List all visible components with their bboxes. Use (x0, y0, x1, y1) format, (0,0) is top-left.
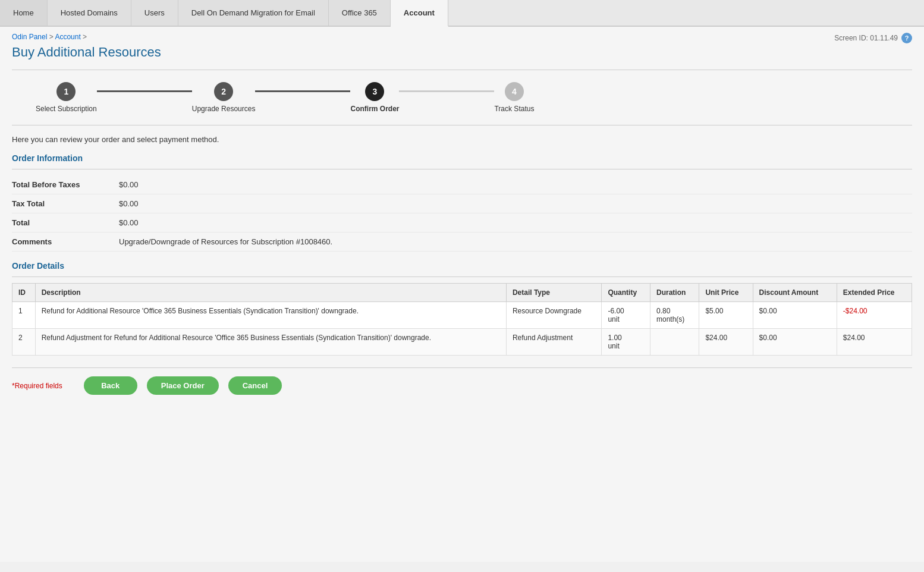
stepper: 1 Select Subscription 2 Upgrade Resource… (36, 82, 912, 113)
required-note: *Required fields (12, 382, 62, 390)
order-info-divider (12, 169, 912, 169)
order-value-1: $0.00 (119, 199, 139, 208)
col-detail-type: Detail Type (506, 284, 602, 302)
tab-home[interactable]: Home (0, 0, 48, 26)
step-circle-1: 1 (56, 82, 76, 101)
col-description: Description (35, 284, 506, 302)
title-divider (12, 70, 912, 70)
order-value-3: Upgrade/Downgrade of Resources for Subsc… (119, 237, 332, 246)
step-label-4: Track Status (494, 105, 534, 113)
col-discount: Discount Amount (753, 284, 837, 302)
cell-description-2: Refund Adjustment for Refund for Additio… (35, 329, 506, 356)
step-circle-2: 2 (214, 82, 233, 101)
step-2: 2 Upgrade Resources (192, 82, 256, 113)
step-label-1: Select Subscription (36, 105, 97, 113)
order-info-row-3: Comments Upgrade/Downgrade of Resources … (12, 232, 912, 252)
nav-tabs: Home Hosted Domains Users Dell On Demand… (0, 0, 924, 27)
header-row: Odin Panel > Account > Screen ID: 01.11.… (12, 33, 912, 45)
cell-quantity-2: 1.00 unit (602, 329, 650, 356)
stepper-divider (12, 125, 912, 125)
order-value-2: $0.00 (119, 218, 139, 227)
tab-users[interactable]: Users (131, 0, 178, 26)
col-quantity: Quantity (602, 284, 650, 302)
cell-discount-1: $0.00 (753, 302, 837, 329)
help-icon[interactable]: ? (901, 33, 912, 43)
order-label-2: Total (12, 218, 119, 227)
tab-account[interactable]: Account (391, 0, 448, 27)
step-line-3-4 (399, 90, 494, 92)
breadcrumb-odin[interactable]: Odin Panel (12, 33, 47, 41)
screen-id: Screen ID: 01.11.49 ? (834, 33, 912, 43)
step-1: 1 Select Subscription (36, 82, 97, 113)
order-info-row-0: Total Before Taxes $0.00 (12, 175, 912, 194)
order-label-3: Comments (12, 237, 119, 246)
page-title: Buy Additional Resources (12, 45, 912, 60)
order-info-title: Order Information (12, 153, 912, 163)
step-label-3: Confirm Order (350, 105, 399, 113)
step-3: 3 Confirm Order (350, 82, 399, 113)
intro-text: Here you can review your order and selec… (12, 135, 912, 144)
tab-dell-migration[interactable]: Dell On Demand Migration for Email (178, 0, 329, 26)
order-label-1: Tax Total (12, 199, 119, 208)
col-duration: Duration (650, 284, 699, 302)
order-label-0: Total Before Taxes (12, 180, 119, 189)
step-circle-3: 3 (365, 82, 384, 101)
cell-discount-2: $0.00 (753, 329, 837, 356)
order-info-row-2: Total $0.00 (12, 213, 912, 232)
breadcrumb-account[interactable]: Account (55, 33, 80, 41)
cell-quantity-1: -6.00 unit (602, 302, 650, 329)
col-unit-price: Unit Price (699, 284, 753, 302)
cell-extended-price-2: $24.00 (837, 329, 912, 356)
cancel-button[interactable]: Cancel (228, 376, 282, 395)
breadcrumb: Odin Panel > Account > (12, 33, 87, 41)
step-4: 4 Track Status (494, 82, 534, 113)
cell-detail-type-2: Refund Adjustment (506, 329, 602, 356)
cell-unit-price-1: $5.00 (699, 302, 753, 329)
table-row-2: 2 Refund Adjustment for Refund for Addit… (12, 329, 912, 356)
col-id: ID (12, 284, 36, 302)
cell-unit-price-2: $24.00 (699, 329, 753, 356)
footer: *Required fields Back Place Order Cancel (12, 367, 912, 395)
order-details-divider (12, 276, 912, 277)
step-line-2-3 (255, 90, 350, 92)
step-circle-4: 4 (505, 82, 524, 101)
table-row-1: 1 Refund for Additional Resource 'Office… (12, 302, 912, 329)
step-label-2: Upgrade Resources (192, 105, 256, 113)
order-details-title: Order Details (12, 261, 912, 271)
back-button[interactable]: Back (84, 376, 137, 395)
main-content: Odin Panel > Account > Screen ID: 01.11.… (0, 27, 924, 562)
col-extended-price: Extended Price (837, 284, 912, 302)
order-details-table: ID Description Detail Type Quantity Dura… (12, 283, 912, 356)
cell-detail-type-1: Resource Downgrade (506, 302, 602, 329)
tab-hosted-domains[interactable]: Hosted Domains (48, 0, 131, 26)
cell-extended-price-1: -$24.00 (837, 302, 912, 329)
step-line-1-2 (97, 90, 192, 92)
cell-duration-2 (650, 329, 699, 356)
cell-id-1: 1 (12, 302, 36, 329)
order-value-0: $0.00 (119, 180, 139, 189)
place-order-button[interactable]: Place Order (147, 376, 219, 395)
order-info-row-1: Tax Total $0.00 (12, 194, 912, 213)
cell-id-2: 2 (12, 329, 36, 356)
tab-office365[interactable]: Office 365 (329, 0, 391, 26)
cell-duration-1: 0.80 month(s) (650, 302, 699, 329)
order-info: Total Before Taxes $0.00 Tax Total $0.00… (12, 175, 912, 252)
cell-description-1: Refund for Additional Resource 'Office 3… (35, 302, 506, 329)
